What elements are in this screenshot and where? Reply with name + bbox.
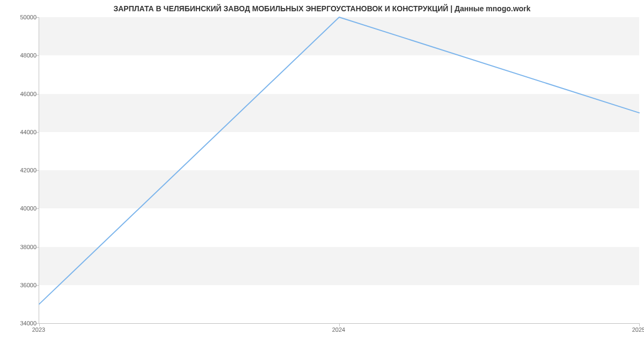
y-tick-label: 36000 bbox=[10, 282, 36, 288]
line-path bbox=[39, 17, 639, 304]
x-tick-label: 2023 bbox=[23, 326, 55, 333]
chart-title: ЗАРПЛАТА В ЧЕЛЯБИНСКИЙ ЗАВОД МОБИЛЬНЫХ Э… bbox=[0, 4, 644, 13]
y-tick-label: 42000 bbox=[10, 167, 36, 173]
y-tick-label: 48000 bbox=[10, 52, 36, 59]
chart-container: ЗАРПЛАТА В ЧЕЛЯБИНСКИЙ ЗАВОД МОБИЛЬНЫХ Э… bbox=[0, 0, 644, 349]
y-tick-label: 38000 bbox=[10, 244, 36, 250]
y-tick-label: 34000 bbox=[10, 320, 36, 326]
y-tick-label: 46000 bbox=[10, 91, 36, 97]
x-tick-label: 2025 bbox=[623, 326, 644, 333]
x-tick-label: 2024 bbox=[323, 326, 355, 333]
y-tick-label: 44000 bbox=[10, 129, 36, 135]
line-series bbox=[39, 17, 639, 323]
y-tick-label: 50000 bbox=[10, 14, 36, 20]
plot-area bbox=[39, 17, 639, 324]
y-tick-label: 40000 bbox=[10, 205, 36, 212]
